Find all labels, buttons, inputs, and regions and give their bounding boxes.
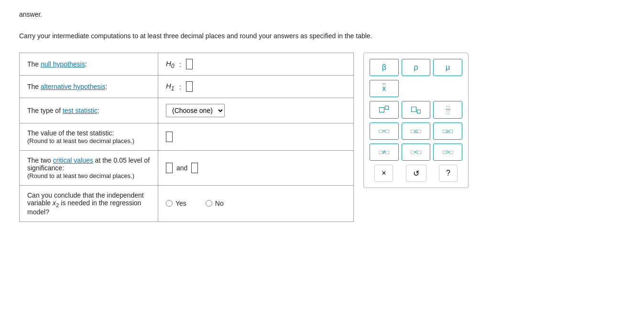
test-value-label-cell: The value of the test statistic:(Round t…: [20, 123, 158, 151]
action-row: × ↺ ?: [370, 165, 462, 182]
alt-hypothesis-text-pre: The: [27, 83, 41, 90]
equals-button[interactable]: □=□: [370, 122, 399, 140]
close-action-button[interactable]: ×: [374, 165, 393, 182]
h1-input-box[interactable]: [186, 81, 193, 92]
conclusion-row: Can you conclude that the independent va…: [20, 186, 354, 222]
rho-button[interactable]: ρ: [402, 59, 431, 76]
no-label: No: [215, 200, 224, 207]
help-action-button[interactable]: ?: [439, 165, 458, 182]
lt-button[interactable]: □<□: [402, 144, 431, 161]
symbol-grid-row2: x: [370, 80, 462, 97]
subscript-button[interactable]: [402, 101, 431, 119]
xbar-button[interactable]: x: [370, 80, 399, 97]
h1-colon: :: [179, 83, 181, 91]
h0-input-box[interactable]: [186, 59, 193, 69]
conclusion-text: Can you conclude that the independent va…: [27, 191, 144, 216]
alt-hypothesis-link[interactable]: alternative hypothesis: [41, 83, 105, 90]
form-table: The null hypothesis: H0 : The alternativ…: [19, 53, 354, 222]
intro-line2: Carry your intermediate computations to …: [19, 31, 625, 41]
h0-symbol: H0: [166, 59, 175, 69]
null-hypothesis-input-cell: H0 :: [158, 53, 354, 76]
mu-button[interactable]: μ: [433, 59, 462, 76]
superscript-symbol: [379, 106, 389, 113]
alt-hypothesis-label-cell: The alternative hypothesis:: [20, 76, 158, 98]
gt-button[interactable]: □>□: [433, 144, 462, 161]
and-label: and: [176, 164, 187, 172]
symbol-panel: β ρ μ x □ □: [363, 53, 469, 188]
null-hypothesis-text-pre: The: [27, 60, 41, 68]
null-hypothesis-row-inner: H0 :: [166, 59, 346, 69]
symbol-grid-row4: □=□ □≤□ □≥□: [370, 122, 462, 140]
alt-hypothesis-text-post: :: [105, 83, 107, 90]
beta-button[interactable]: β: [370, 59, 399, 76]
main-layout: The null hypothesis: H0 : The alternativ…: [19, 53, 625, 222]
symbol-grid-row5: □≠□ □<□ □>□: [370, 144, 462, 161]
yes-radio[interactable]: [166, 200, 173, 207]
test-value-input-cell: [158, 123, 354, 151]
test-statistic-input-cell: (Choose one): [158, 98, 354, 123]
test-value-input-box[interactable]: [166, 132, 173, 142]
null-hypothesis-label-cell: The null hypothesis:: [20, 53, 158, 76]
critical-values-inputs: and: [166, 163, 346, 173]
geq-button[interactable]: □≥□: [433, 122, 462, 140]
critical-value-2-box[interactable]: [191, 163, 198, 173]
conclusion-input-cell: Yes No: [158, 186, 354, 222]
empty-cell-2: [433, 80, 462, 97]
undo-action-button[interactable]: ↺: [406, 165, 426, 182]
no-radio-label[interactable]: No: [206, 200, 224, 207]
alt-hypothesis-row: The alternative hypothesis: H1 :: [20, 76, 354, 98]
test-value-row: The value of the test statistic:(Round t…: [20, 123, 354, 151]
no-radio[interactable]: [206, 200, 212, 207]
intro-line1: answer.: [19, 10, 625, 20]
neq-button[interactable]: □≠□: [370, 144, 399, 161]
symbol-grid-row1: β ρ μ: [370, 59, 462, 76]
null-hypothesis-text-post: :: [85, 60, 87, 68]
critical-values-label-cell: The two critical values at the 0.05 leve…: [20, 151, 158, 186]
alt-hypothesis-row-inner: H1 :: [166, 81, 346, 92]
test-statistic-row: The type of test statistic: (Choose one): [20, 98, 354, 123]
h1-subscript: 1: [171, 85, 175, 92]
yes-radio-label[interactable]: Yes: [166, 200, 186, 207]
h0-colon: :: [179, 60, 181, 68]
critical-value-1-box[interactable]: [166, 163, 173, 173]
test-stat-text-post: :: [98, 107, 99, 114]
superscript-button[interactable]: [370, 101, 399, 119]
null-hypothesis-row: The null hypothesis: H0 :: [20, 53, 354, 76]
fraction-button[interactable]: □ □: [433, 101, 462, 119]
null-hypothesis-link[interactable]: null hypothesis: [41, 60, 85, 68]
symbol-grid-row3: □ □: [370, 101, 462, 119]
h1-symbol: H1: [166, 82, 175, 92]
test-stat-text-pre: The type of: [27, 107, 63, 114]
alt-hypothesis-input-cell: H1 :: [158, 76, 354, 98]
critical-values-input-cell: and: [158, 151, 354, 186]
test-value-text: The value of the test statistic:(Round t…: [27, 129, 134, 144]
conclusion-label-cell: Can you conclude that the independent va…: [20, 186, 158, 222]
test-statistic-link[interactable]: test statistic: [63, 107, 98, 114]
critical-values-link[interactable]: critical values: [53, 156, 93, 164]
critical-values-text-pre: The two: [27, 156, 53, 164]
fraction-symbol: □ □: [446, 104, 450, 115]
h0-subscript: 0: [171, 63, 175, 69]
test-statistic-label-cell: The type of test statistic:: [20, 98, 158, 123]
xbar-symbol: x: [382, 84, 386, 93]
yes-label: Yes: [175, 200, 186, 207]
test-statistic-select[interactable]: (Choose one): [166, 104, 225, 117]
radio-group: Yes No: [166, 200, 346, 207]
leq-button[interactable]: □≤□: [402, 122, 431, 140]
critical-values-row: The two critical values at the 0.05 leve…: [20, 151, 354, 186]
subscript-symbol: [411, 106, 421, 114]
empty-cell-1: [402, 80, 431, 97]
